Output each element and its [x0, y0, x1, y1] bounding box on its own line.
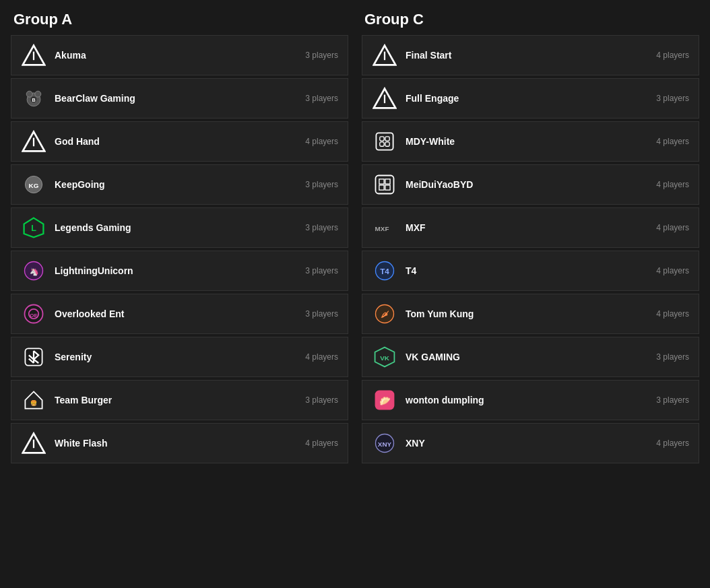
team-row[interactable]: 🍔 Team Burger3 players [11, 380, 348, 420]
player-count: 4 players [656, 438, 689, 448]
player-count: 4 players [305, 137, 338, 146]
team-name: Final Start [406, 50, 656, 61]
team-name: Serenity [55, 352, 305, 362]
team-logo-icon: 🌶 [372, 301, 397, 327]
team-row[interactable]: 🥟 wonton dumpling3 players [362, 380, 699, 420]
team-name: KeepGoing [55, 179, 305, 190]
player-count: 4 players [656, 51, 689, 60]
team-name: God Hand [55, 136, 305, 147]
team-name: Legends Gaming [55, 222, 305, 233]
team-logo-icon: T4 [372, 258, 397, 284]
team-logo-icon [372, 42, 397, 68]
team-row[interactable]: 🌶 Tom Yum Kung4 players [362, 294, 699, 334]
team-logo-icon: 🦄 [21, 258, 46, 284]
player-count: 3 players [656, 94, 689, 103]
team-row[interactable]: MeiDuiYaoBYD4 players [362, 164, 699, 205]
team-name: MDY-White [406, 136, 656, 147]
svg-point-4 [35, 91, 41, 97]
player-count: 3 players [305, 309, 338, 319]
team-row[interactable]: B BearClaw Gaming3 players [11, 78, 348, 119]
team-row[interactable]: OE Overlooked Ent3 players [11, 294, 348, 334]
team-logo-icon [372, 86, 397, 111]
team-name: MeiDuiYaoBYD [406, 179, 656, 190]
player-count: 3 players [305, 51, 338, 60]
player-count: 4 players [305, 352, 338, 362]
svg-rect-36 [385, 185, 390, 190]
player-count: 4 players [656, 266, 689, 275]
svg-point-3 [26, 91, 32, 97]
team-row[interactable]: L Legends Gaming3 players [11, 207, 348, 248]
svg-rect-28 [380, 137, 384, 141]
groups-container: Group A Akuma3 players B BearClaw Gaming… [11, 11, 699, 463]
player-count: 3 players [656, 395, 689, 405]
svg-text:L: L [31, 224, 36, 233]
team-row[interactable]: Final Start4 players [362, 35, 699, 75]
svg-rect-29 [385, 137, 389, 141]
team-row[interactable]: 🦄 LightningUnicorn3 players [11, 251, 348, 291]
player-count: 4 players [305, 438, 338, 448]
player-count: 3 players [305, 94, 338, 103]
team-row[interactable]: Full Engage3 players [362, 78, 699, 119]
svg-text:T4: T4 [380, 267, 389, 275]
team-logo-icon: 🥟 [372, 387, 397, 413]
svg-text:KG: KG [29, 182, 39, 189]
team-logo-icon: MXF [372, 215, 397, 240]
team-name: BearClaw Gaming [55, 93, 305, 104]
player-count: 4 players [656, 309, 689, 319]
team-row[interactable]: XNY XNY4 players [362, 423, 699, 463]
svg-text:VK: VK [380, 354, 390, 362]
team-logo-icon: XNY [372, 430, 397, 456]
team-logo-icon [21, 430, 46, 456]
team-logo-icon: VK [372, 344, 397, 370]
team-name: Full Engage [406, 93, 656, 104]
player-count: 4 players [656, 137, 689, 146]
team-logo-icon: B [21, 86, 46, 111]
team-logo-icon [21, 129, 46, 154]
player-count: 3 players [305, 223, 338, 232]
team-name: White Flash [55, 438, 305, 449]
team-name: Akuma [55, 50, 305, 61]
group-group-a: Group A Akuma3 players B BearClaw Gaming… [11, 11, 348, 463]
team-logo-icon [372, 172, 397, 197]
team-row[interactable]: Akuma3 players [11, 35, 348, 75]
team-logo-icon: 🍔 [21, 387, 46, 413]
group-title: Group A [11, 11, 348, 28]
team-name: Team Burger [55, 395, 305, 405]
team-row[interactable]: God Hand4 players [11, 121, 348, 162]
svg-rect-32 [376, 176, 394, 194]
team-name: Tom Yum Kung [406, 308, 656, 319]
team-name: wonton dumpling [406, 395, 656, 405]
team-row[interactable]: KG KeepGoing3 players [11, 164, 348, 205]
team-logo-icon: KG [21, 172, 46, 197]
svg-text:🥟: 🥟 [379, 395, 391, 407]
player-count: 4 players [656, 223, 689, 232]
team-logo-icon: L [21, 215, 46, 240]
group-group-c: Group C Final Start4 players Full Engage… [362, 11, 699, 463]
team-name: MXF [406, 222, 656, 233]
team-row[interactable]: VK VK GAMING3 players [362, 337, 699, 377]
team-row[interactable]: T4 T44 players [362, 251, 699, 291]
team-name: LightningUnicorn [55, 265, 305, 276]
player-count: 4 players [656, 180, 689, 189]
team-logo-icon: OE [21, 301, 46, 327]
team-logo-icon [372, 129, 397, 154]
team-list: Final Start4 players Full Engage3 player… [362, 35, 699, 463]
team-row[interactable]: MDY-White4 players [362, 121, 699, 162]
player-count: 3 players [305, 395, 338, 405]
group-title: Group C [362, 11, 699, 28]
team-list: Akuma3 players B BearClaw Gaming3 player… [11, 35, 348, 463]
player-count: 3 players [305, 266, 338, 275]
svg-text:🌶: 🌶 [381, 310, 389, 319]
team-row[interactable]: Serenity4 players [11, 337, 348, 377]
team-name: VK GAMING [406, 352, 656, 362]
svg-text:🦄: 🦄 [30, 267, 39, 276]
team-logo-icon [21, 42, 46, 68]
svg-rect-30 [380, 142, 384, 146]
svg-rect-27 [376, 133, 393, 150]
svg-rect-35 [379, 185, 384, 190]
svg-rect-34 [385, 179, 390, 184]
team-row[interactable]: White Flash4 players [11, 423, 348, 463]
svg-rect-33 [379, 179, 384, 184]
team-row[interactable]: MXF MXF4 players [362, 207, 699, 248]
svg-text:OE: OE [30, 313, 38, 319]
